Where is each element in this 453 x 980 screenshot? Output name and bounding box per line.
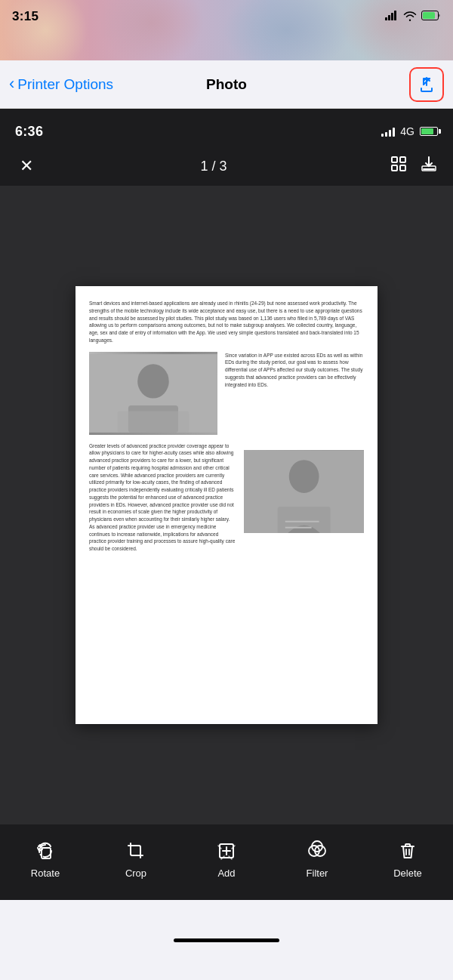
share-icon (418, 76, 436, 94)
inner-battery-icon (420, 127, 438, 136)
svg-rect-5 (423, 12, 435, 19)
rotate-tool[interactable]: Rotate (19, 839, 72, 879)
home-indicator (174, 938, 279, 942)
paper-photo-left (89, 352, 217, 435)
delete-icon (396, 839, 420, 863)
doc-header: ✕ 1 / 3 (0, 146, 453, 186)
nav-bar: ‹ Printer Options Photo (0, 60, 453, 109)
crop-label: Crop (125, 868, 146, 879)
svg-rect-0 (385, 17, 387, 20)
rotate-label: Rotate (31, 868, 60, 879)
back-label: Printer Options (17, 76, 113, 93)
svg-rect-9 (400, 165, 405, 171)
nav-title: Photo (206, 76, 247, 93)
paper-bottom-section: Greater levels of advanced practice prov… (89, 442, 364, 553)
filter-label: Filter (307, 868, 328, 879)
svg-rect-17 (278, 506, 331, 532)
phone-screen: 6:36 4G ✕ 1 / 3 (0, 109, 453, 900)
paper-bottom-photo (244, 442, 364, 553)
filter-tool[interactable]: Filter (291, 839, 344, 879)
document-page: Smart devices and internet-based applica… (0, 186, 453, 824)
bottom-area (0, 900, 453, 980)
inner-4g-label: 4G (400, 125, 414, 137)
paper-document: Smart devices and internet-based applica… (76, 286, 378, 724)
page-indicator: 1 / 3 (200, 159, 226, 174)
status-icons (385, 11, 441, 23)
svg-rect-8 (392, 165, 397, 171)
status-time: 3:15 (12, 9, 39, 24)
wifi-icon (403, 11, 417, 23)
crop-icon (124, 839, 148, 863)
paper-intro-text: Smart devices and internet-based applica… (89, 300, 364, 344)
rotate-icon (33, 839, 57, 863)
back-chevron-icon: ‹ (9, 76, 14, 92)
grid-view-icon[interactable] (390, 155, 408, 177)
svg-rect-3 (394, 11, 396, 20)
delete-label: Delete (393, 868, 422, 879)
add-tool[interactable]: Add (200, 839, 253, 879)
doc-actions (390, 155, 438, 177)
inner-status-bar: 6:36 4G (0, 109, 453, 146)
toolbar: Rotate Crop Add (0, 824, 453, 900)
svg-rect-2 (391, 13, 393, 20)
paper-right-text: Since variation in APP use existed acros… (225, 352, 364, 435)
inner-time: 6:36 (15, 124, 43, 140)
paper-bottom-text: Greater levels of advanced practice prov… (89, 442, 236, 553)
delete-tool[interactable]: Delete (381, 839, 434, 879)
svg-point-16 (288, 460, 319, 493)
signal-icon (385, 11, 399, 23)
svg-rect-14 (118, 411, 189, 432)
woman-laughing-photo (89, 352, 217, 435)
status-bar: 3:15 (0, 0, 453, 33)
woman-writing-photo (244, 450, 364, 533)
download-icon[interactable] (420, 155, 438, 177)
add-icon (214, 839, 239, 863)
svg-rect-6 (392, 157, 397, 162)
share-button[interactable] (409, 67, 444, 102)
filter-icon (305, 839, 329, 863)
paper-main-content: Since variation in APP use existed acros… (89, 352, 364, 435)
inner-status-icons: 4G (381, 125, 438, 137)
back-button[interactable]: ‹ Printer Options (9, 76, 113, 93)
inner-signal-icon (381, 126, 395, 137)
crop-tool[interactable]: Crop (109, 839, 162, 879)
add-label: Add (217, 868, 235, 879)
svg-rect-1 (388, 15, 390, 20)
battery-icon (421, 11, 441, 23)
svg-rect-7 (400, 157, 405, 162)
close-button[interactable]: ✕ (15, 155, 38, 177)
svg-point-12 (137, 364, 169, 398)
